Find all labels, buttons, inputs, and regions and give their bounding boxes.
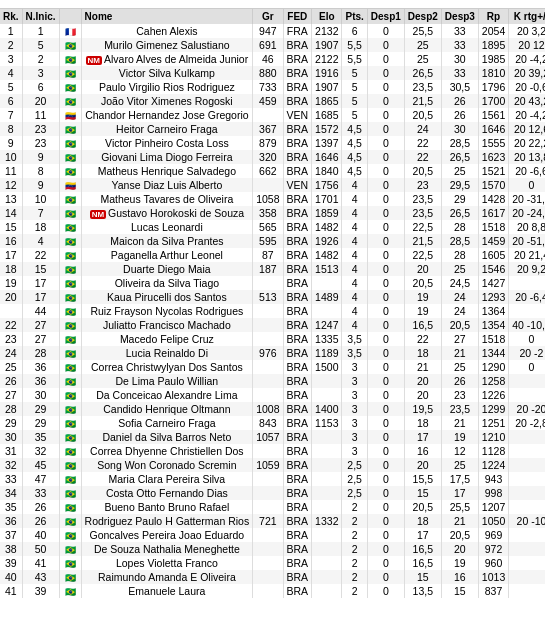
- cell-name: Bueno Banto Bruno Rafael: [81, 500, 253, 514]
- cell-pts: 4: [342, 234, 367, 248]
- cell-gr: 662: [253, 164, 283, 178]
- cell-elo: 2132: [312, 24, 342, 38]
- cell-name: Paulo Virgilio Rios Rodriguez: [81, 80, 253, 94]
- flag-icon: 🇧🇷: [64, 433, 78, 443]
- cell-flag: 🇧🇷: [59, 80, 81, 94]
- cell-name: Matheus Tavares de Oliveira: [81, 192, 253, 206]
- cell-rk: 24: [0, 346, 22, 360]
- flag-icon: 🇧🇷: [64, 55, 78, 65]
- cell-rp: 1364: [478, 304, 508, 318]
- cell-ni: 7: [22, 206, 59, 220]
- col-name: Nome: [81, 9, 253, 24]
- flag-icon: 🇧🇷: [64, 335, 78, 345]
- cell-rp: 1258: [478, 374, 508, 388]
- cell-ni: 50: [22, 542, 59, 556]
- cell-gr: [253, 374, 283, 388]
- cell-rp: 1561: [478, 108, 508, 122]
- cell-k: [509, 444, 545, 458]
- cell-d2: 16,5: [404, 542, 441, 556]
- cell-fed: BRA: [283, 346, 312, 360]
- flag-icon: 🇧🇷: [64, 489, 78, 499]
- cell-d1: 0: [367, 178, 404, 192]
- cell-gr: [253, 570, 283, 584]
- cell-flag: 🇧🇷: [59, 374, 81, 388]
- cell-rp: 1207: [478, 500, 508, 514]
- cell-elo: 1685: [312, 108, 342, 122]
- flag-icon: 🇧🇷: [64, 475, 78, 485]
- cell-d1: 0: [367, 458, 404, 472]
- cell-elo: 1865: [312, 94, 342, 108]
- cell-flag: 🇧🇷: [59, 332, 81, 346]
- cell-ni: 9: [22, 150, 59, 164]
- cell-d2: 20: [404, 262, 441, 276]
- cell-flag: 🇧🇷: [59, 304, 81, 318]
- cell-ni: 29: [22, 402, 59, 416]
- cell-pts: 5: [342, 66, 367, 80]
- cell-fed: BRA: [283, 52, 312, 66]
- cell-d1: 0: [367, 248, 404, 262]
- flag-icon: 🇧🇷: [64, 587, 78, 597]
- cell-fed: BRA: [283, 206, 312, 220]
- cell-fed: BRA: [283, 360, 312, 374]
- cell-d2: 20: [404, 374, 441, 388]
- cell-gr: 358: [253, 206, 283, 220]
- cell-k: [509, 486, 545, 500]
- cell-fed: BRA: [283, 80, 312, 94]
- cell-k: [509, 556, 545, 570]
- cell-name: Duarte Diego Maia: [81, 262, 253, 276]
- cell-pts: 4: [342, 276, 367, 290]
- cell-flag: 🇧🇷: [59, 514, 81, 528]
- cell-rk: 14: [0, 206, 22, 220]
- cell-gr: 595: [253, 234, 283, 248]
- cell-rk: 7: [0, 108, 22, 122]
- table-row: 11 8 🇧🇷 Matheus Henrique Salvadego 662 B…: [0, 164, 545, 178]
- cell-rp: 1251: [478, 416, 508, 430]
- cell-flag: 🇧🇷: [59, 570, 81, 584]
- cell-rp: 972: [478, 542, 508, 556]
- cell-flag: 🇧🇷: [59, 318, 81, 332]
- cell-elo: [312, 472, 342, 486]
- cell-fed: BRA: [283, 290, 312, 304]
- cell-gr: [253, 556, 283, 570]
- table-row: 38 50 🇧🇷 De Souza Nathalia Meneghette BR…: [0, 542, 545, 556]
- flag-icon: 🇧🇷: [64, 559, 78, 569]
- col-d2: Desp2: [404, 9, 441, 24]
- cell-ni: 20: [22, 94, 59, 108]
- col-flag: [59, 9, 81, 24]
- cell-rp: 2054: [478, 24, 508, 38]
- cell-rp: 1428: [478, 192, 508, 206]
- cell-elo: [312, 584, 342, 598]
- cell-name: NMGustavo Horokoski de Souza: [81, 206, 253, 220]
- cell-rk: 16: [0, 234, 22, 248]
- cell-fed: BRA: [283, 164, 312, 178]
- table-row: 1 1 🇫🇷 Cahen Alexis 947 FRA 2132 6 0 25,…: [0, 24, 545, 38]
- cell-rk: 39: [0, 556, 22, 570]
- cell-d1: 0: [367, 304, 404, 318]
- nm-badge: NM: [86, 56, 102, 65]
- cell-pts: 5: [342, 94, 367, 108]
- cell-ni: 45: [22, 458, 59, 472]
- cell-gr: 721: [253, 514, 283, 528]
- cell-name: Ruiz Frayson Nycolas Rodrigues: [81, 304, 253, 318]
- cell-fed: BRA: [283, 570, 312, 584]
- flag-icon: 🇻🇪: [64, 111, 78, 121]
- cell-rk: 17: [0, 248, 22, 262]
- cell-name: Sofia Carneiro Fraga: [81, 416, 253, 430]
- cell-d1: 0: [367, 570, 404, 584]
- cell-name: Da Conceicao Alexandre Lima: [81, 388, 253, 402]
- cell-gr: 947: [253, 24, 283, 38]
- cell-d2: 25,5: [404, 24, 441, 38]
- cell-flag: 🇻🇪: [59, 178, 81, 192]
- cell-d3: 29,5: [441, 178, 478, 192]
- cell-gr: [253, 500, 283, 514]
- cell-rk: 33: [0, 472, 22, 486]
- table-row: 16 4 🇧🇷 Maicon da Silva Prantes 595 BRA …: [0, 234, 545, 248]
- cell-d1: 0: [367, 52, 404, 66]
- cell-rp: 1290: [478, 360, 508, 374]
- cell-pts: 2: [342, 514, 367, 528]
- cell-rk: 23: [0, 332, 22, 346]
- cell-name: Maicon da Silva Prantes: [81, 234, 253, 248]
- cell-elo: [312, 276, 342, 290]
- cell-d1: 0: [367, 416, 404, 430]
- cell-fed: BRA: [283, 262, 312, 276]
